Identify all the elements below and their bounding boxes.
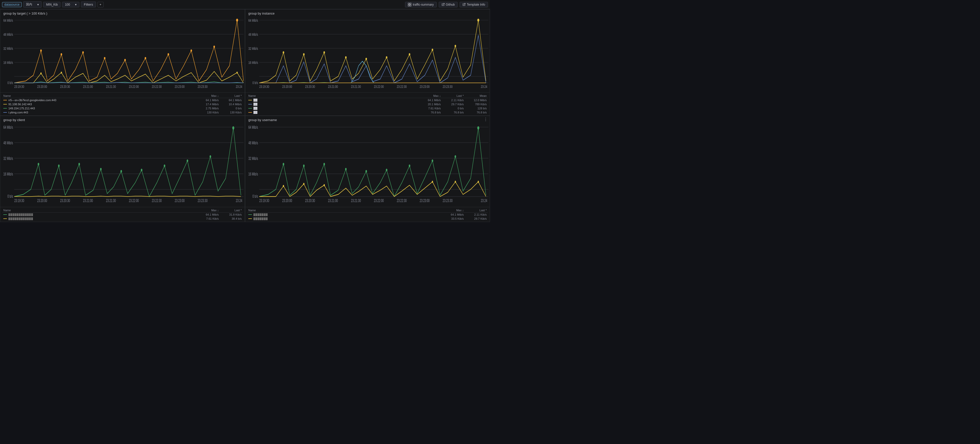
svg-point-54 — [386, 56, 387, 59]
legend-row-u1[interactable]: ███████ 33.5 Kib/s 29.7 Kib/s — [247, 217, 488, 221]
legend-mean-i0: 12.0 Mib/s — [464, 99, 487, 102]
legend-col-max[interactable]: Max ↓ — [196, 94, 219, 97]
legend-instance: Name Max ↓ Last * Mean ██ 64.1 Mib/s 2.1… — [245, 93, 490, 115]
legend-last-i3: 76.8 b/s — [441, 111, 464, 114]
legend-row-i2[interactable]: ██ 7.61 Kib/s 0 b/s 128 b/s — [247, 106, 488, 110]
legend-row-i1[interactable]: ██ 20.1 Mib/s 29.7 Kib/s 789 Kib/s — [247, 102, 488, 106]
legend-row-3[interactable]: i.ytimg.com:443 130 Kib/s 130 Kib/s — [2, 110, 243, 115]
traffic-summary-nav[interactable]: traffic-summary — [405, 2, 436, 7]
region-selector[interactable]: 国内 ▾ — [23, 1, 41, 8]
svg-text:16 Mib/s: 16 Mib/s — [3, 172, 13, 176]
svg-point-58 — [477, 19, 479, 22]
svg-point-17 — [82, 51, 84, 54]
svg-point-16 — [61, 53, 62, 56]
metric-selector[interactable]: MIN_Kib — [43, 2, 60, 7]
legend-client: Name Max ↓ Last * ████████████ 64.1 Mib/… — [0, 207, 245, 222]
panel-title-username: group by username — [245, 116, 490, 123]
legend-row-i3[interactable]: ██ 76.8 b/s 76.8 b/s 76.8 b/s — [247, 110, 488, 115]
svg-rect-0 — [408, 3, 409, 4]
template-info-nav[interactable]: Template Info — [460, 2, 488, 7]
legend-row-i0[interactable]: ██ 64.1 Mib/s 2.11 Kib/s 12.0 Mib/s — [247, 98, 488, 102]
legend-col-name-i: Name — [248, 94, 418, 97]
svg-text:23:24: 23:24 — [481, 198, 487, 203]
legend-row-c1[interactable]: ████████████ 7.61 Kib/s 38.4 b/s — [2, 217, 243, 221]
legend-col-last-i[interactable]: Last * — [441, 94, 464, 97]
github-nav[interactable]: Github — [439, 2, 458, 7]
svg-text:23:21:00: 23:21:00 — [83, 85, 93, 89]
svg-text:23:21:00: 23:21:00 — [83, 198, 93, 203]
legend-max-i1: 20.1 Mib/s — [418, 103, 441, 106]
svg-text:23:21:30: 23:21:30 — [106, 198, 116, 203]
legend-col-name: Name — [3, 94, 196, 97]
value-selector[interactable]: 100 ▾ — [62, 2, 80, 7]
datasource-badge[interactable]: datasource — [2, 2, 22, 7]
svg-point-88 — [210, 155, 211, 158]
legend-max-i2: 7.61 Kib/s — [418, 107, 441, 110]
legend-name-1: 91.108.56.142:443 — [8, 103, 196, 106]
add-button[interactable]: + — [97, 2, 103, 7]
legend-col-max-i[interactable]: Max ↓ — [418, 94, 441, 97]
legend-col-last-u[interactable]: Last * — [464, 209, 487, 212]
legend-mean-i1: 789 Kib/s — [464, 103, 487, 106]
svg-text:23:22:30: 23:22:30 — [397, 85, 407, 89]
chart-area-instance: 64 Mib/s 48 Mib/s 32 Mib/s 16 Mib/s 0 b/… — [245, 16, 490, 93]
svg-point-122 — [303, 183, 304, 185]
legend-name-u1: ███████ — [253, 217, 441, 220]
svg-text:23:22:00: 23:22:00 — [374, 198, 384, 203]
svg-text:32 Mib/s: 32 Mib/s — [3, 156, 13, 161]
legend-col-max-c[interactable]: Max ↓ — [196, 209, 219, 212]
legend-target: Name Max ↓ Last * rr5---sn-i3b7knzl.goog… — [0, 93, 245, 115]
svg-text:23:22:00: 23:22:00 — [374, 85, 384, 89]
svg-text:23:20:00: 23:20:00 — [282, 198, 292, 203]
legend-col-last[interactable]: Last * — [219, 94, 242, 97]
top-bar-left: datasource 国内 ▾ MIN_Kib 100 ▾ Filters + — [2, 1, 403, 8]
svg-point-19 — [124, 59, 126, 61]
legend-mean-i2: 128 b/s — [464, 107, 487, 110]
svg-text:32 Mib/s: 32 Mib/s — [248, 156, 258, 161]
legend-row-0[interactable]: rr5---sn-i3b7knzl.googlevideo.com:443 64… — [2, 98, 243, 102]
filters-button[interactable]: Filters — [81, 2, 96, 7]
svg-point-26 — [61, 72, 62, 73]
svg-text:48 Mib/s: 48 Mib/s — [3, 141, 13, 145]
legend-last-i1: 29.7 Kib/s — [441, 103, 464, 106]
svg-text:23:20:00: 23:20:00 — [282, 85, 292, 89]
svg-point-81 — [58, 165, 60, 167]
legend-last-1: 10.4 Mib/s — [219, 103, 242, 106]
svg-text:32 Mib/s: 32 Mib/s — [3, 46, 13, 51]
svg-text:23:21:00: 23:21:00 — [328, 198, 338, 203]
legend-max-3: 130 Kib/s — [196, 111, 219, 114]
svg-point-85 — [141, 169, 142, 171]
legend-color-2 — [3, 108, 7, 109]
legend-name-3: i.ytimg.com:443 — [8, 111, 196, 114]
legend-max-u1: 33.5 Kib/s — [441, 217, 464, 220]
legend-col-max-u[interactable]: Max ↓ — [441, 209, 464, 212]
svg-point-111 — [283, 163, 284, 165]
svg-text:16 Mib/s: 16 Mib/s — [248, 61, 258, 65]
svg-text:23:23:30: 23:23:30 — [442, 198, 452, 203]
svg-point-120 — [477, 126, 479, 129]
panel-username: group by username ⋮ 64 Mib/s 48 Mib/s 32… — [245, 116, 490, 222]
legend-last-u0: 2.11 Kib/s — [464, 213, 487, 216]
legend-col-mean-i: Mean — [464, 94, 487, 97]
svg-point-84 — [121, 170, 122, 172]
legend-name-c0: ████████████ — [8, 213, 196, 216]
legend-col-last-c[interactable]: Last * — [219, 209, 242, 212]
svg-point-126 — [478, 180, 479, 183]
svg-point-87 — [186, 160, 188, 162]
svg-text:23:22:30: 23:22:30 — [397, 198, 407, 203]
panel-title-target: group by target ( > 100 Kib/s ) — [0, 10, 245, 16]
legend-name-0: rr5---sn-i3b7knzl.googlevideo.com:443 — [8, 99, 196, 102]
svg-text:16 Mib/s: 16 Mib/s — [248, 172, 258, 176]
legend-row-c0[interactable]: ████████████ 64.1 Mib/s 31.8 Kib/s — [2, 212, 243, 217]
svg-text:23:22:00: 23:22:00 — [129, 85, 139, 89]
svg-rect-3 — [410, 5, 411, 6]
svg-point-115 — [366, 170, 367, 172]
svg-text:23:21:30: 23:21:30 — [106, 85, 116, 89]
legend-row-u0[interactable]: ███████ 64.1 Mib/s 2.11 Kib/s — [247, 212, 488, 217]
chart-area-client: 64 Mib/s 48 Mib/s 32 Mib/s 16 Mib/s 0 b/… — [0, 123, 245, 207]
legend-row-1[interactable]: 91.108.56.142:443 17.4 Mib/s 10.4 Mib/s — [2, 102, 243, 106]
legend-row-2[interactable]: 149.154.175.211:443 2.75 Mib/s 0 b/s — [2, 106, 243, 110]
panel-menu-username[interactable]: ⋮ — [484, 118, 488, 121]
panel-title-instance: group by instance — [245, 10, 490, 16]
legend-color-0 — [3, 100, 7, 101]
